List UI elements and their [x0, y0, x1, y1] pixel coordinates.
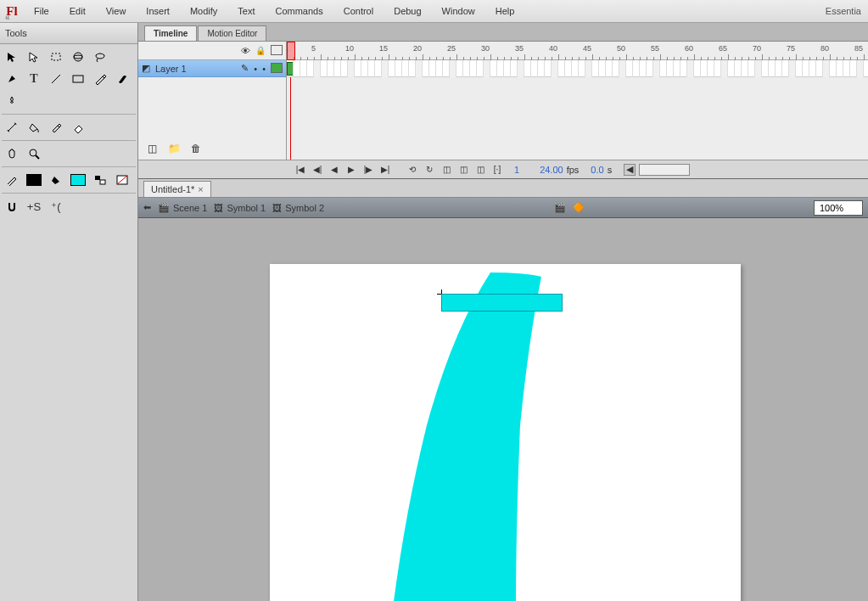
- straighten-option[interactable]: ⁺(: [46, 197, 66, 216]
- play-back-button[interactable]: ◀: [328, 163, 341, 177]
- doc-tab-label: Untitled-1*: [151, 184, 194, 194]
- layer-outline-box[interactable]: [271, 63, 283, 75]
- snap-option[interactable]: [2, 197, 22, 216]
- drawn-shape[interactable]: [389, 272, 550, 601]
- layer-vis-dot[interactable]: •: [254, 64, 257, 74]
- new-layer-button[interactable]: ◫: [142, 139, 162, 158]
- onion-outline-button[interactable]: ◫: [456, 163, 470, 177]
- tab-timeline[interactable]: Timeline: [144, 25, 197, 41]
- swap-colors[interactable]: [90, 171, 110, 189]
- svg-rect-4: [73, 76, 83, 82]
- menu-edit[interactable]: Edit: [59, 0, 96, 23]
- timeline-scrollbar[interactable]: [639, 164, 690, 176]
- stroke-color[interactable]: [2, 171, 22, 189]
- frame-ruler[interactable]: 1510152025303540455055606570758085: [287, 42, 868, 60]
- breadcrumb-symbol2[interactable]: 🖼 Symbol 2: [272, 203, 324, 213]
- document-tab[interactable]: Untitled-1* ×: [143, 181, 211, 197]
- pencil-tool[interactable]: [90, 70, 110, 88]
- edit-symbol-button[interactable]: 🔶: [573, 202, 585, 213]
- center-frame-button[interactable]: ⟲: [406, 163, 419, 177]
- tools-panel: Tools T +S ⁺(: [0, 23, 138, 601]
- drawn-rectangle[interactable]: [441, 294, 563, 312]
- free-transform-tool[interactable]: [46, 48, 66, 66]
- breadcrumb-scene[interactable]: 🎬 Scene 1: [158, 202, 207, 213]
- edit-multiple-button[interactable]: ◫: [473, 163, 487, 177]
- hand-tool[interactable]: [2, 144, 22, 163]
- tools-panel-title[interactable]: Tools: [0, 23, 137, 44]
- eyedropper-tool[interactable]: [46, 118, 66, 137]
- zoom-tool[interactable]: [24, 144, 44, 163]
- menu-control[interactable]: Control: [333, 0, 384, 23]
- svg-rect-0: [52, 53, 60, 60]
- scroll-left-button[interactable]: ◀: [624, 164, 636, 176]
- bone-tool[interactable]: [2, 118, 22, 137]
- new-folder-button[interactable]: 📁: [164, 139, 184, 158]
- scene-icon: 🎬: [158, 202, 170, 213]
- selection-tool[interactable]: [2, 48, 22, 66]
- stroke-swatch[interactable]: [24, 171, 44, 189]
- onion-markers-button[interactable]: [·]: [490, 163, 504, 177]
- zoom-input[interactable]: [814, 200, 863, 216]
- menu-file[interactable]: File: [24, 0, 59, 23]
- svg-line-6: [36, 155, 39, 159]
- text-tool[interactable]: T: [24, 70, 44, 88]
- symbol2-label: Symbol 2: [285, 203, 324, 213]
- outline-icon[interactable]: [271, 45, 283, 57]
- step-back-button[interactable]: ◀|: [311, 163, 324, 177]
- layer-icon: ◩: [142, 63, 150, 74]
- smooth-option[interactable]: +S: [24, 197, 44, 216]
- workspace-label[interactable]: Essentia: [819, 6, 868, 16]
- symbol-icon: 🖼: [214, 203, 223, 213]
- subselection-tool[interactable]: [24, 48, 44, 66]
- stage-area[interactable]: [138, 218, 868, 601]
- svg-point-5: [30, 149, 36, 156]
- eraser-tool[interactable]: [68, 118, 88, 137]
- layer-header: 👁 🔒: [138, 42, 286, 60]
- onion-skin-button[interactable]: ◫: [440, 163, 453, 177]
- edit-scene-button[interactable]: 🎬: [554, 202, 566, 213]
- deco-tool[interactable]: [2, 92, 22, 110]
- playhead[interactable]: [287, 42, 295, 60]
- menu-view[interactable]: View: [96, 0, 137, 23]
- svg-rect-8: [100, 180, 105, 184]
- line-tool[interactable]: [46, 70, 66, 88]
- goto-first-button[interactable]: |◀: [294, 163, 307, 177]
- breadcrumb-symbol1[interactable]: 🖼 Symbol 1: [214, 203, 266, 213]
- tab-motion-editor[interactable]: Motion Editor: [198, 25, 266, 41]
- svg-point-1: [74, 53, 82, 61]
- lock-icon[interactable]: 🔒: [255, 46, 266, 55]
- frame-area[interactable]: 1510152025303540455055606570758085: [287, 42, 868, 160]
- step-fwd-button[interactable]: |▶: [361, 163, 375, 177]
- play-button[interactable]: ▶: [344, 163, 358, 177]
- menu-insert[interactable]: Insert: [136, 0, 180, 23]
- layer-pencil-icon: ✎: [241, 63, 249, 74]
- eye-icon[interactable]: 👁: [241, 46, 250, 56]
- menu-text[interactable]: Text: [227, 0, 265, 23]
- symbol-icon: 🖼: [272, 203, 282, 213]
- menu-modify[interactable]: Modify: [180, 0, 227, 23]
- menu-window[interactable]: Window: [432, 0, 485, 23]
- menu-help[interactable]: Help: [485, 0, 525, 23]
- frame-row[interactable]: [287, 60, 868, 77]
- loop-button[interactable]: ↻: [423, 163, 436, 177]
- menu-commands[interactable]: Commands: [265, 0, 333, 23]
- fill-swatch[interactable]: [68, 171, 88, 189]
- fill-color[interactable]: [46, 171, 66, 189]
- back-button[interactable]: ⬅: [143, 202, 151, 213]
- close-tab-icon[interactable]: ×: [198, 184, 203, 194]
- delete-layer-button[interactable]: 🗑: [186, 139, 206, 158]
- no-color[interactable]: [112, 171, 132, 189]
- rectangle-tool[interactable]: [68, 70, 88, 88]
- pen-tool[interactable]: [2, 70, 22, 88]
- 3d-rotation-tool[interactable]: [68, 48, 88, 66]
- tool-grid: T +S ⁺(: [0, 44, 137, 219]
- lasso-tool[interactable]: [90, 48, 110, 66]
- timeline-tabs: Timeline Motion Editor: [138, 23, 868, 42]
- layer-row[interactable]: ◩ Layer 1 ✎ • •: [138, 60, 286, 77]
- layer-lock-dot[interactable]: •: [262, 64, 266, 74]
- paint-bucket-tool[interactable]: [24, 118, 44, 137]
- brush-tool[interactable]: [112, 70, 132, 88]
- menu-debug[interactable]: Debug: [384, 0, 431, 23]
- goto-last-button[interactable]: ▶|: [378, 163, 392, 177]
- stage[interactable]: [270, 264, 741, 601]
